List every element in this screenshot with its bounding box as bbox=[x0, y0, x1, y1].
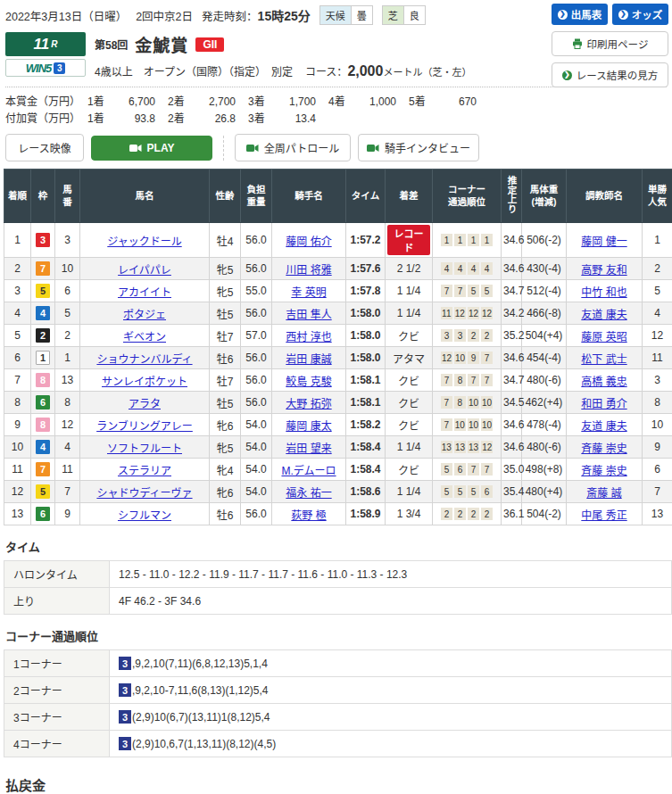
horse-name-link[interactable]: ランブリングアレー bbox=[96, 420, 193, 433]
jockey-name-link[interactable]: 藤岡 佑介 bbox=[286, 236, 331, 248]
horse-name-link[interactable]: アラタ bbox=[129, 398, 161, 410]
trainer-name-link[interactable]: 高橋 義忠 bbox=[581, 376, 626, 388]
bracket-badge: 5 bbox=[36, 284, 50, 298]
bracket-badge: 6 bbox=[36, 507, 50, 521]
corner-row-value: 3,9,2,10-7,11,6(8,13)(1,12)5,4 bbox=[110, 677, 672, 704]
result-guide-button[interactable]: ❯ レース結果の見方 bbox=[552, 62, 668, 87]
margin-cell: 1 1/4 bbox=[386, 481, 433, 503]
prize-place-label: 5着 bbox=[409, 93, 432, 108]
horse-name-cell: レイパパレ bbox=[80, 258, 210, 280]
trainer-cell: 高野 友和 bbox=[567, 258, 643, 280]
sex-age: 牝4 bbox=[210, 459, 241, 481]
horse-name-link[interactable]: シャドウディーヴァ bbox=[96, 487, 192, 500]
corner-position-number: 7 bbox=[441, 418, 452, 431]
play-video-button[interactable]: PLAY bbox=[91, 136, 212, 161]
jockey-interview-button[interactable]: 騎手インタビュー bbox=[358, 134, 479, 161]
entry-table-button[interactable]: ❯ 出馬表 bbox=[552, 4, 608, 25]
trainer-name-link[interactable]: 中尾 秀正 bbox=[581, 509, 626, 522]
trainer-name-link[interactable]: 斉藤 崇史 bbox=[581, 442, 626, 455]
jockey-name-link[interactable]: 西村 淳也 bbox=[286, 331, 331, 343]
patrol-video-button[interactable]: 全周パトロール bbox=[235, 134, 351, 161]
margin-cell: レコード bbox=[386, 223, 433, 258]
corner-positions: 7877 bbox=[435, 374, 499, 386]
corner-position-number: 7 bbox=[481, 352, 493, 364]
horse-name-link[interactable]: ギベオン bbox=[123, 331, 166, 343]
video-camera-icon bbox=[246, 144, 259, 153]
horse-number: 5 bbox=[55, 302, 80, 325]
trainer-name-link[interactable]: 友道 康夫 bbox=[581, 309, 626, 321]
corner-position-number: 12 bbox=[454, 307, 466, 319]
horse-weight: 480(-6) bbox=[522, 436, 567, 459]
carried-weight: 56.0 bbox=[241, 302, 272, 325]
trainer-name-link[interactable]: 和田 勇介 bbox=[581, 398, 626, 410]
corner-row-value: 3(2,9)10,6,7(1,13,11)(8,12)(4,5) bbox=[110, 731, 672, 757]
trainer-name-link[interactable]: 中竹 和也 bbox=[581, 286, 626, 299]
prize-added-row: 付加賞（万円） 1着93.82着26.83着13.4 bbox=[5, 110, 667, 125]
trainer-cell: 中竹 和也 bbox=[567, 280, 643, 302]
margin-cell: クビ bbox=[386, 369, 433, 392]
sex-age: 牡5 bbox=[210, 392, 241, 414]
race-date: 2022年3月13日（日曜） bbox=[5, 7, 127, 24]
weather-value: 曇 bbox=[351, 5, 373, 25]
corner-position-number: 2 bbox=[481, 329, 493, 342]
jockey-name-link[interactable]: 吉田 隼人 bbox=[286, 309, 331, 321]
jockey-name-link[interactable]: 岩田 康誠 bbox=[286, 353, 331, 366]
horse-name-link[interactable]: ポタジェ bbox=[123, 309, 166, 321]
horse-name-link[interactable]: レイパパレ bbox=[118, 264, 171, 277]
result-row: 445ポタジェ牡556.0吉田 隼人1:58.01 1/41112121234.… bbox=[4, 302, 672, 325]
jockey-name-link[interactable]: 大野 拓弥 bbox=[286, 398, 331, 410]
trainer-name-link[interactable]: 藤岡 健一 bbox=[581, 236, 626, 248]
jockey-name-link[interactable]: 川田 将雅 bbox=[286, 264, 331, 277]
carried-weight: 56.0 bbox=[241, 258, 272, 280]
bracket-badge: 7 bbox=[36, 261, 50, 276]
jockey-cell: 幸 英明 bbox=[272, 280, 346, 302]
horse-name-link[interactable]: サンレイポケット bbox=[102, 376, 187, 388]
jockey-name-link[interactable]: M.デムーロ bbox=[281, 465, 336, 477]
trainer-name-link[interactable]: 高野 友和 bbox=[581, 264, 626, 277]
time-row-label: ハロンタイム bbox=[4, 561, 110, 588]
bracket-badge: 3 bbox=[36, 233, 50, 247]
horse-name-link[interactable]: ジャックドール bbox=[107, 236, 181, 248]
corner-row-label: 4コーナー bbox=[4, 731, 110, 757]
trainer-name-link[interactable]: 松下 武士 bbox=[581, 353, 626, 366]
jockey-name-link[interactable]: 藤岡 康太 bbox=[286, 420, 331, 433]
trainer-name-link[interactable]: 藤原 英昭 bbox=[581, 331, 626, 343]
race-results-table: 着順枠馬 番馬名性齢負担 重量騎手名タイム着差コーナー 通過順位推定上り馬体重 … bbox=[4, 169, 672, 525]
jockey-name-link[interactable]: 荻野 極 bbox=[291, 509, 326, 522]
horse-name-link[interactable]: アカイイト bbox=[118, 286, 171, 299]
horse-number: 10 bbox=[55, 258, 80, 280]
bracket-badge: 7 bbox=[36, 462, 50, 476]
corner-positions: 3322 bbox=[435, 329, 499, 342]
horse-name-link[interactable]: ショウナンバルディ bbox=[96, 353, 192, 366]
trainer-name-link[interactable]: 斎藤 誠 bbox=[586, 487, 621, 500]
race-result-page: 2022年3月13日（日曜） 2回中京2日 発走時刻：15時25分 天候 曇 芝… bbox=[0, 0, 672, 794]
corner-position-number: 4 bbox=[441, 262, 452, 275]
horse-name-link[interactable]: ステラリア bbox=[118, 465, 171, 477]
horse-name-cell: ギベオン bbox=[80, 325, 210, 347]
jockey-name-link[interactable]: 岩田 望来 bbox=[286, 442, 331, 455]
corner-position-number: 7 bbox=[441, 285, 452, 297]
trainer-cell: 和田 勇介 bbox=[567, 392, 643, 414]
jockey-name-link[interactable]: 幸 英明 bbox=[291, 286, 326, 299]
trainer-cell: 松下 武士 bbox=[567, 347, 643, 369]
track-condition-badge: 芝 良 bbox=[382, 5, 426, 25]
record-badge: レコード bbox=[387, 225, 430, 255]
horse-name-link[interactable]: ソフトフルート bbox=[107, 442, 182, 455]
leader-number-badge: 3 bbox=[119, 657, 131, 670]
margin-cell: クビ bbox=[386, 459, 433, 481]
jockey-name-link[interactable]: 福永 祐一 bbox=[286, 487, 331, 500]
corner-position-number: 3 bbox=[441, 329, 452, 342]
trainer-name-link[interactable]: 友道 康夫 bbox=[581, 420, 626, 433]
corner-position-number: 1 bbox=[468, 234, 479, 246]
finish-position: 1 bbox=[4, 223, 31, 258]
corner-positions-cell: 7755 bbox=[433, 280, 502, 302]
last-3f-time: 36.1 bbox=[502, 503, 522, 525]
trainer-name-link[interactable]: 斉藤 崇史 bbox=[581, 465, 626, 477]
jockey-name-link[interactable]: 鮫島 克駿 bbox=[286, 376, 331, 388]
horse-name-link[interactable]: シフルマン bbox=[118, 509, 171, 522]
bracket-cell: 8 bbox=[31, 369, 55, 392]
print-page-button[interactable]: 印刷用ページ bbox=[552, 31, 668, 56]
odds-button[interactable]: ❯ オッズ bbox=[612, 4, 668, 25]
prize-amount: 13.4 bbox=[271, 112, 316, 125]
finish-time: 1:57.6 bbox=[346, 258, 386, 280]
